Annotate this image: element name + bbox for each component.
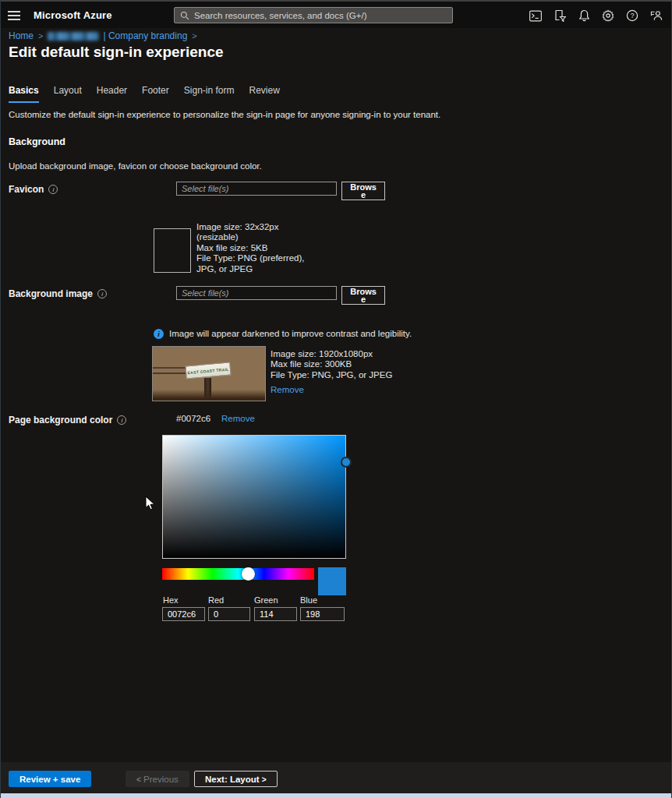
- background-image-file-input[interactable]: [176, 286, 337, 300]
- topbar-icon-row: ?: [529, 9, 663, 23]
- favicon-file-input[interactable]: [176, 182, 337, 196]
- background-image-thumbnail: EAST COAST TRAIL: [152, 346, 266, 401]
- tab-bar: Basics Layout Header Footer Sign-in form…: [9, 85, 280, 103]
- favicon-requirements: Image size: 32x32px (resizable) Max file…: [196, 222, 304, 274]
- breadcrumb-separator: >: [38, 31, 43, 41]
- search-input[interactable]: [194, 11, 447, 20]
- selected-color-swatch: [318, 567, 346, 595]
- more-options-ellipsis[interactable]: ...: [206, 47, 217, 58]
- breadcrumb-home-link[interactable]: Home: [9, 30, 34, 41]
- redacted-tenant-name: [48, 32, 99, 41]
- info-icon[interactable]: [97, 289, 107, 298]
- page-title: Edit default sign-in experience: [9, 44, 224, 61]
- saturation-value-picker[interactable]: [162, 435, 346, 559]
- thumbnail-trail-sign: EAST COAST TRAIL: [185, 362, 231, 380]
- hue-slider[interactable]: [162, 568, 314, 580]
- next-layout-button[interactable]: Next: Layout >: [194, 771, 278, 787]
- breadcrumb-company-branding-link[interactable]: | Company branding: [48, 30, 187, 41]
- background-image-requirements: Image size: 1920x1080px Max file size: 3…: [271, 349, 392, 380]
- top-bar: Microsoft Azure: [1, 0, 672, 28]
- background-image-label: Background image: [9, 288, 107, 299]
- azure-portal-window: Microsoft Azure: [0, 0, 672, 798]
- review-save-button[interactable]: Review + save: [9, 771, 91, 787]
- tab-basics[interactable]: Basics: [9, 85, 39, 103]
- breadcrumb-company-branding-label: | Company branding: [103, 30, 187, 41]
- help-icon[interactable]: ?: [626, 9, 638, 23]
- breadcrumb-separator: >: [192, 31, 196, 41]
- background-section-description: Upload background image, favicon or choo…: [9, 161, 262, 171]
- mouse-cursor: [145, 496, 155, 510]
- info-icon[interactable]: [117, 415, 126, 425]
- favicon-preview-box: [154, 228, 191, 273]
- brand-title[interactable]: Microsoft Azure: [34, 9, 112, 21]
- intro-text: Customize the default sign-in experience…: [9, 110, 440, 119]
- chevron-left-icon: <: [136, 775, 141, 784]
- thumbnail-grass: [153, 390, 265, 401]
- tab-footer[interactable]: Footer: [142, 85, 169, 103]
- background-image-remove-link[interactable]: Remove: [271, 385, 304, 394]
- breadcrumb: Home > | Company branding >: [9, 30, 197, 42]
- cloud-shell-icon[interactable]: [529, 9, 542, 23]
- green-label: Green: [254, 595, 278, 605]
- feedback-account-icon[interactable]: [650, 9, 663, 23]
- tab-sign-in-form[interactable]: Sign-in form: [184, 85, 235, 103]
- directories-subscriptions-filter-icon[interactable]: [554, 9, 566, 23]
- page-background-color-value: #0072c6: [176, 414, 210, 423]
- info-filled-icon: i: [154, 329, 164, 339]
- green-input[interactable]: [254, 607, 297, 621]
- page-background-color-remove-link[interactable]: Remove: [221, 414, 255, 423]
- footer-action-bar: Review + save < Previous Next: Layout >: [1, 762, 672, 793]
- tab-header[interactable]: Header: [97, 85, 127, 103]
- background-section-heading: Background: [9, 136, 65, 147]
- red-input[interactable]: [208, 607, 250, 621]
- red-label: Red: [208, 595, 224, 605]
- svg-text:?: ?: [631, 12, 635, 19]
- blue-label: Blue: [300, 595, 317, 605]
- saturation-value-handle[interactable]: [341, 457, 352, 468]
- blue-input[interactable]: [300, 607, 345, 621]
- chevron-right-icon: >: [262, 775, 267, 784]
- favicon-browse-button[interactable]: Browse: [341, 182, 385, 200]
- background-image-browse-button[interactable]: Browse: [341, 286, 385, 305]
- hue-slider-handle[interactable]: [242, 567, 255, 581]
- tab-review[interactable]: Review: [249, 85, 279, 103]
- info-icon[interactable]: [48, 185, 58, 194]
- notifications-bell-icon[interactable]: [578, 9, 590, 23]
- hex-label: Hex: [163, 595, 179, 605]
- previous-button[interactable]: < Previous: [126, 771, 189, 787]
- hamburger-menu-icon[interactable]: [7, 9, 21, 22]
- darkened-image-notice: i Image will appear darkened to improve …: [154, 329, 412, 339]
- settings-gear-icon[interactable]: [602, 9, 614, 23]
- tab-layout[interactable]: Layout: [54, 85, 82, 103]
- global-search[interactable]: [174, 7, 453, 23]
- page-background-color-label: Page background color: [9, 415, 126, 425]
- favicon-label: Favicon: [9, 184, 58, 195]
- hex-input[interactable]: [162, 607, 205, 621]
- window-bottom-edge: [1, 793, 672, 798]
- search-icon: [180, 11, 189, 20]
